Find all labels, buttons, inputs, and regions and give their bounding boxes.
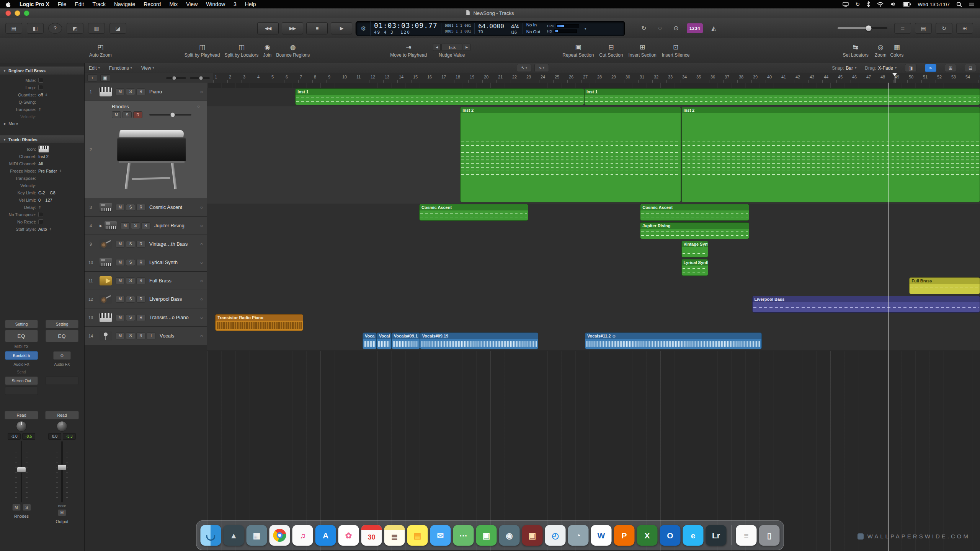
freeze-icon[interactable]: ○ (200, 315, 203, 320)
horizontal-zoom-slider[interactable] (166, 77, 186, 79)
menu-item-window[interactable]: Window (206, 1, 225, 7)
track-value-staff-style[interactable]: Auto (38, 227, 47, 231)
track-m-button[interactable]: M (116, 277, 125, 284)
region-cosmic-ascent[interactable]: Cosmic Ascent (640, 204, 749, 220)
track-s-button[interactable]: S (131, 222, 140, 229)
track-r-button[interactable]: R (136, 277, 145, 284)
automation-mode-button[interactable]: Read (45, 411, 79, 419)
mixer-icon[interactable]: ▥ (88, 23, 105, 34)
gain-value[interactable]: -3.0 (8, 433, 21, 440)
drag-select[interactable]: Drag: X-Fade ▾ (865, 65, 897, 71)
track-s-button[interactable]: S (126, 333, 135, 339)
region-inst-1[interactable]: Inst 1 (585, 89, 980, 105)
track-r-button[interactable]: R (136, 259, 145, 266)
freeze-icon[interactable]: ○ (200, 260, 203, 265)
dock-messages[interactable]: ⋯ (453, 525, 474, 546)
toolbar-zoom[interactable]: ◎Zoom (875, 44, 887, 58)
quick-help-icon[interactable]: ? (48, 23, 62, 34)
empty-slot[interactable] (5, 386, 38, 395)
arrange-area[interactable]: Inst 1Inst 1Inst 2Inst 2Cosmic AscentCos… (207, 83, 980, 551)
track-header-vocals[interactable]: 14MSRIVocals○ (84, 327, 207, 345)
dock-calendar[interactable]: 30 (361, 525, 382, 546)
dock-safari[interactable]: ◴ (545, 525, 566, 546)
tracks-menu-edit[interactable]: Edit▾ (89, 65, 100, 71)
battery-icon[interactable] (903, 2, 911, 7)
freeze-icon[interactable]: ○ (200, 89, 203, 95)
dock-internet-explorer[interactable]: e (683, 525, 704, 546)
track-s-button[interactable]: S (126, 241, 135, 248)
dock-stickies[interactable]: ▤ (407, 525, 428, 546)
notification-center-icon[interactable] (969, 2, 975, 7)
dock-itunes[interactable]: ♫ (292, 525, 313, 546)
volume-fader[interactable] (56, 441, 69, 502)
track-icon-thumbnail[interactable] (38, 145, 49, 153)
library-toggle-icon[interactable]: ▤ (5, 23, 22, 34)
smart-controls-icon[interactable]: ◩ (67, 23, 83, 34)
toolbar-repeat-section[interactable]: ▣Repeat Section (562, 44, 594, 58)
dock-chrome[interactable] (270, 525, 290, 546)
strip-m-button[interactable]: M (12, 504, 21, 511)
master-volume-knob[interactable] (866, 25, 871, 31)
dock-powerpoint[interactable]: P (614, 525, 635, 546)
dock-app-store[interactable]: A (315, 525, 336, 546)
zoom-tool-button[interactable]: ◨ (905, 64, 916, 72)
toolbar-insert-silence[interactable]: ⊡Insert Silence (662, 44, 690, 58)
track-r-button[interactable]: R (141, 222, 150, 229)
replace-button[interactable]: ⊙ (671, 23, 681, 33)
tracks-menu-view[interactable]: View▾ (141, 65, 154, 71)
fader-handle[interactable] (17, 467, 26, 473)
region-vocals-09-19[interactable]: Vocals#09.19 (420, 333, 538, 349)
lcd-time-signature[interactable]: 4/4 (511, 23, 519, 30)
track-header-jupiter-rising[interactable]: 4▶MSRJupiter Rising○ (84, 217, 207, 235)
automation-mode-button[interactable]: Read (5, 411, 38, 419)
volume-icon[interactable] (890, 2, 896, 7)
toolbar-move-to-playhead[interactable]: ⇥Move to Playhead (390, 44, 427, 58)
track-s-button[interactable]: S (126, 204, 135, 211)
freeze-icon[interactable]: ○ (200, 205, 203, 210)
menu-clock[interactable]: Wed 13:51:07 (918, 2, 950, 7)
track-s-button[interactable]: S (122, 111, 132, 118)
playhead[interactable] (889, 83, 889, 551)
dock-photos[interactable]: ✿ (338, 525, 359, 546)
slot-setting[interactable]: Setting (5, 320, 38, 328)
menu-item-view[interactable]: View (186, 1, 198, 7)
track-header-rhodes[interactable]: 2Rhodes○MSR (84, 101, 207, 198)
minimize-window-button[interactable] (15, 10, 20, 16)
media-browser-icon[interactable]: ⊞ (956, 23, 973, 34)
slot-eq[interactable]: EQ (46, 330, 78, 342)
lcd-right-locator[interactable]: 0005 1 1 001 (445, 29, 471, 34)
duplicate-track-button[interactable]: ▣ (100, 74, 110, 82)
note-pad-icon[interactable]: ▤ (915, 23, 932, 34)
strip-s-button[interactable]: S (23, 504, 31, 511)
stepper-icon[interactable]: ⇕ (38, 205, 41, 209)
dock-lightroom[interactable]: Lr (706, 525, 727, 546)
track-header-full-brass[interactable]: 11MSRFull Brass○ (84, 272, 207, 290)
toolbar-split-by-locators[interactable]: ◫Split by Locators (224, 44, 258, 58)
track-header-piano[interactable]: 1MSRPiano○ (84, 83, 207, 101)
inspector-toggle-icon[interactable]: ◧ (27, 23, 44, 34)
region-vintage-synt[interactable]: Vintage Synt (682, 241, 708, 257)
rewind-button[interactable]: ◀◀ (257, 22, 279, 34)
lcd-tempo-sub[interactable]: 70 (478, 29, 504, 34)
toolbar-insert-section[interactable]: ⊞Insert Section (628, 44, 656, 58)
empty-slot[interactable] (46, 377, 78, 385)
strip-m-button[interactable]: M (58, 509, 66, 516)
track-checkbox-no-transpose[interactable] (38, 212, 43, 217)
region-checkbox-mute[interactable] (38, 78, 43, 83)
region-lyrical-synth[interactable]: Lyrical Synth (682, 259, 708, 276)
menu-item-navigate[interactable]: Navigate (114, 1, 135, 7)
dock-mission-control[interactable]: ▦ (247, 525, 267, 546)
dock-textedit[interactable]: ≡ (736, 525, 757, 546)
region-checkbox-loop[interactable] (38, 85, 43, 90)
toolbar-join[interactable]: ◉Join (263, 44, 271, 58)
command-click-tool-button[interactable]: >▾ (534, 64, 549, 72)
freeze-icon[interactable]: ○ (200, 297, 203, 302)
track-m-button[interactable]: M (116, 259, 125, 266)
track-volume-slider[interactable] (149, 114, 191, 116)
toolbar-split-by-playhead[interactable]: ◫Split by Playhead (185, 44, 220, 58)
track-checkbox-no-reset[interactable] (38, 219, 43, 224)
region-more-disclosure[interactable]: ▶ More (0, 120, 84, 127)
app-menu[interactable]: Logic Pro X (20, 1, 49, 7)
region-inst-1[interactable]: Inst 1 (296, 89, 584, 105)
menu-item-help[interactable]: Help (245, 1, 256, 7)
